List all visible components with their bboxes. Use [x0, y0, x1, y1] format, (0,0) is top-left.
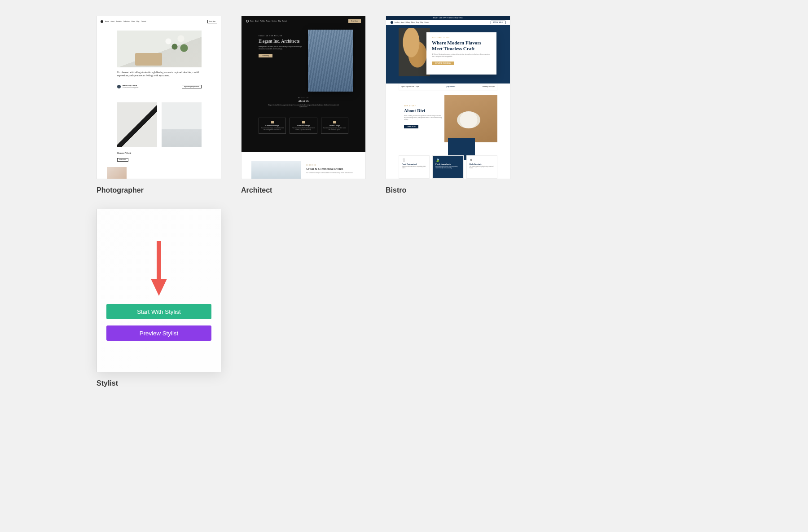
nav-item: About — [401, 22, 404, 23]
box-desc: Our rotating specials highlight unique s… — [470, 166, 494, 169]
preview-image — [444, 95, 497, 142]
nav-cta: BOOK A TABLE — [491, 21, 505, 24]
fork-knife-icon: 🍴 — [402, 158, 426, 162]
section-heading: Recent Work — [117, 152, 131, 154]
box-title: Interior Design — [323, 125, 346, 127]
preview-hero-image — [308, 30, 353, 92]
heading: Elegant Inc. Architects — [259, 39, 308, 44]
heading: About Us — [242, 100, 365, 102]
service-icon — [302, 121, 305, 123]
logo-icon — [246, 20, 249, 22]
body-text: Our commercial designs are tailored to m… — [306, 172, 356, 174]
body-text: At Elegant Inc. Architects, we are dedic… — [259, 46, 308, 50]
nav-item: Contact — [282, 20, 287, 22]
avatar-icon — [117, 85, 121, 88]
nav-item: Shop — [132, 21, 135, 22]
template-title: Architect — [241, 186, 366, 194]
nav-item: About — [255, 20, 259, 22]
box-desc: Our interior design services transform r… — [323, 128, 346, 131]
strip-phone: (234) 456-6849 — [446, 86, 456, 88]
nav-item: About — [111, 21, 114, 22]
nav-item: Menu — [411, 22, 415, 23]
nav-cta: Get A Quote — [348, 19, 361, 23]
logo-icon — [391, 21, 393, 24]
nav-item: Portfolio — [116, 21, 122, 22]
hero-cta: EXPLORE OUR MENU — [432, 62, 454, 65]
preview-nav: Home About Portfolio Project Services Bl… — [242, 18, 365, 24]
byline-cta: My Photography Portfolio — [182, 85, 202, 88]
section-cta: All Portfolio — [117, 158, 128, 162]
service-icon — [271, 121, 274, 123]
hero-cta: Our Story — [259, 54, 272, 57]
preview-about: OUR STORY About Divi From carefully chos… — [404, 105, 443, 129]
nav-item: Blog — [278, 20, 281, 22]
leaf-icon: 🍃 — [435, 158, 460, 162]
box-title: Food Reimagined — [402, 163, 426, 165]
body-text: Elegant Inc. Architects is a premier des… — [265, 104, 342, 108]
nav-item: Contact — [141, 21, 146, 22]
eyebrow: OUR STORY — [404, 105, 443, 107]
heading: Urban & Commercial Design — [306, 167, 356, 171]
box-desc: Our commercial designs are tailored to m… — [261, 128, 284, 131]
service-icon — [333, 121, 336, 123]
preview-hero-image — [117, 31, 202, 67]
preview-nav: Home About Portfolio Collection Shop Blo… — [97, 19, 221, 24]
template-card-stylist: Start With Stylist Preview Stylist Styli… — [97, 209, 221, 387]
preview-image — [251, 161, 301, 179]
start-with-template-button[interactable]: Start With Stylist — [106, 304, 211, 319]
template-card-architect: Home About Portfolio Project Services Bl… — [241, 16, 366, 194]
preview-about: ABOUT US About Us Elegant Inc. Architect… — [242, 97, 365, 108]
template-thumb-bistro[interactable]: ENJOY 10% OFF FOR RESERVATIONS Landing A… — [386, 16, 510, 179]
template-thumb-stylist[interactable]: Start With Stylist Preview Stylist — [97, 209, 221, 372]
heading: About Divi — [404, 108, 443, 113]
nav-cta: Book Now — [207, 20, 217, 23]
template-thumb-photographer[interactable]: Home About Portfolio Collection Shop Blo… — [97, 16, 221, 179]
byline-sub: Professional Photographer — [123, 87, 139, 88]
box-title: Commercial Design — [261, 125, 284, 127]
template-title: Photographer — [97, 186, 221, 194]
nav-item: Contact — [425, 22, 429, 23]
preview-hero-copy: BUILDING THE FUTURE Elegant Inc. Archite… — [259, 35, 308, 58]
preview-hero-image — [399, 28, 430, 76]
sparkle-icon: ✳ — [470, 158, 494, 162]
arrow-down-icon — [149, 240, 169, 298]
nav-item: Home — [250, 20, 254, 22]
nav-item: Services — [272, 20, 277, 22]
preview-tile — [107, 167, 127, 179]
eyebrow: SERVICES — [306, 164, 356, 166]
strip-right: Weekdays 9am-4pm — [483, 86, 495, 88]
preview-light-section: SERVICES Urban & Commercial Design Our c… — [242, 152, 365, 179]
box-title: Residential Design — [292, 125, 315, 127]
box-title: Daily Specials — [470, 163, 494, 165]
nav-item: Blog — [136, 21, 139, 22]
nav-item: Gallery — [406, 22, 410, 23]
template-card-photographer: Home About Portfolio Collection Shop Blo… — [97, 16, 221, 194]
preview-hero-card: WELCOME TO DIVI Where Modern Flavors Mee… — [426, 32, 496, 75]
template-card-bistro: ENJOY 10% OFF FOR RESERVATIONS Landing A… — [386, 16, 510, 194]
preview-tiles — [117, 102, 202, 147]
template-thumb-architect[interactable]: Home About Portfolio Project Services Bl… — [241, 16, 366, 179]
strip-left: Open Daily from 9am – 10pm — [401, 86, 419, 88]
feature-boxes: 🍴Food ReimaginedExperience bold new flav… — [399, 155, 497, 179]
announcement-bar: ENJOY 10% OFF FOR RESERVATIONS — [386, 16, 510, 20]
template-title: Bistro — [386, 186, 510, 194]
box-desc: Every dish starts with the finest ingred… — [435, 166, 460, 169]
nav-item: Project — [266, 20, 270, 22]
logo-icon — [101, 20, 103, 23]
eyebrow: WELCOME TO DIVI — [432, 37, 491, 39]
preview-byline: Hello! I'm Olivia Professional Photograp… — [117, 84, 202, 88]
box-title: Fresh Ingredients — [435, 163, 460, 165]
nav-item: Blog — [421, 22, 423, 23]
box-desc: We design homes that harmoniously blend … — [292, 128, 315, 131]
eyebrow: ABOUT US — [242, 97, 365, 99]
preview-nav: Landing About Gallery Menu Shop Blog Con… — [386, 20, 510, 25]
nav-item: Shop — [416, 22, 419, 23]
info-strip: Open Daily from 9am – 10pm (234) 456-684… — [399, 84, 497, 90]
box-desc: Experience bold new flavors inspired by … — [402, 166, 426, 169]
preview-template-button[interactable]: Preview Stylist — [106, 325, 211, 341]
nav-item: Landing — [395, 22, 400, 23]
preview-service-boxes: Commercial DesignOur commercial designs … — [259, 118, 348, 134]
body-text: From carefully chosen fresh produce sour… — [404, 115, 443, 121]
preview-tagline: I'm obsessed with telling stories throug… — [117, 71, 202, 77]
nav-item: Collection — [123, 21, 130, 22]
